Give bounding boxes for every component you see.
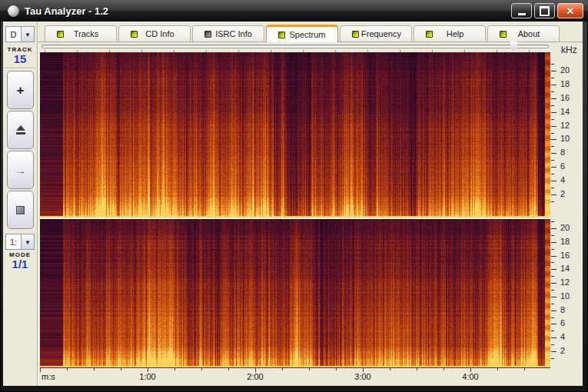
tab-label: Tracks [64, 29, 116, 38]
slider-tick [367, 50, 368, 52]
status-led-icon [57, 31, 64, 38]
minimize-button[interactable] [511, 3, 532, 18]
freq-minor-tick [551, 304, 554, 304]
freq-major-tick [551, 153, 556, 154]
freq-tick-label: 2 [560, 346, 579, 355]
freq-major-tick [551, 228, 556, 229]
freq-major-tick [551, 269, 556, 270]
tab-frequency[interactable]: Frequency [340, 25, 412, 42]
slider-thumb[interactable] [510, 42, 517, 51]
plus-button[interactable]: + [7, 71, 34, 109]
freq-tick-label: 12 [560, 277, 579, 287]
freq-minor-tick [551, 290, 554, 291]
tab-label: Frequency [359, 29, 411, 38]
time-minor-tick [201, 368, 202, 370]
freq-major-tick [551, 351, 556, 352]
time-minor-tick [309, 368, 310, 370]
freq-major-tick [551, 194, 556, 195]
time-axis-line [40, 367, 550, 368]
time-minor-tick [228, 368, 229, 370]
freq-tick-label: 10 [560, 134, 579, 143]
position-slider[interactable] [42, 45, 549, 48]
freq-tick-label: 4 [560, 175, 579, 184]
track-value: 15 [3, 52, 37, 65]
mode-value: 1/1 [3, 257, 37, 271]
slider-tick [335, 50, 336, 52]
freq-tick-label: 8 [560, 148, 579, 157]
freq-tick-label: 8 [560, 305, 579, 314]
stop-icon [16, 206, 25, 214]
time-minor-tick [67, 368, 68, 370]
slider-tick [432, 50, 433, 52]
freq-major-tick [551, 297, 556, 297]
tabs-row: TracksCD InfoISRC InfoSpectrumFrequencyH… [37, 25, 583, 42]
status-led-icon [278, 32, 285, 38]
freq-tick-label: 2 [560, 189, 579, 198]
status-led-icon [426, 31, 433, 38]
sidebar-divider [5, 68, 35, 69]
app-sphere-icon [8, 5, 19, 17]
slider-tick [271, 50, 271, 52]
maximize-button[interactable] [534, 3, 555, 18]
slider-tick [303, 50, 304, 52]
slider-tick [45, 50, 45, 52]
mode-select-value: 1: [6, 234, 21, 249]
tab-tracks[interactable]: Tracks [45, 25, 117, 42]
tab-isrc-info[interactable]: ISRC Info [192, 25, 264, 42]
freq-minor-tick [551, 235, 554, 236]
freq-minor-tick [551, 344, 554, 345]
freq-major-tick [551, 181, 556, 181]
spectrogram-right-channel [40, 219, 550, 367]
mode-select[interactable]: 1: ▾ [5, 234, 35, 250]
freq-minor-tick [551, 119, 554, 120]
freq-tick-label: 20 [560, 65, 579, 75]
time-minor-tick [417, 368, 417, 370]
plus-icon: + [17, 84, 25, 97]
time-major-tick [40, 368, 41, 372]
tab-cd-info[interactable]: CD Info [118, 25, 191, 42]
spectrum-main-area: TracksCD InfoISRC InfoSpectrumFrequencyH… [37, 22, 583, 386]
freq-minor-tick [551, 91, 554, 92]
time-minor-tick [121, 368, 121, 370]
time-minor-tick [174, 368, 175, 370]
time-minor-tick [282, 368, 283, 370]
app-window: Tau Analyzer - 1.2 ✕ D ▾ TRACK 15 + [0, 0, 588, 392]
chevron-down-icon[interactable]: ▾ [21, 234, 34, 249]
freq-major-tick [551, 337, 556, 338]
drive-select[interactable]: D ▾ [5, 26, 35, 42]
status-led-icon [131, 31, 138, 38]
chevron-down-icon[interactable]: ▾ [21, 27, 34, 42]
tab-label: Help [433, 29, 485, 38]
close-button[interactable]: ✕ [557, 3, 583, 18]
freq-minor-tick [551, 188, 554, 188]
stop-button[interactable] [7, 191, 34, 229]
tab-help[interactable]: Help [414, 25, 486, 42]
tab-about[interactable]: About [487, 25, 560, 42]
freq-minor-tick [551, 133, 554, 134]
time-tick-label: 2:00 [240, 372, 271, 381]
freq-minor-tick [551, 358, 554, 359]
tab-label: About [507, 29, 559, 38]
tab-spectrum[interactable]: Spectrum [266, 25, 338, 42]
next-track-button[interactable]: → [7, 151, 34, 189]
eject-button[interactable] [7, 111, 34, 149]
freq-minor-tick [551, 78, 554, 78]
freq-major-tick [551, 139, 556, 140]
status-led-icon [352, 31, 359, 38]
freq-major-tick [551, 242, 556, 243]
freq-minor-tick [551, 221, 554, 222]
time-minor-tick [94, 368, 95, 370]
sidebar: D ▾ TRACK 15 + → 1: ▾ MODE [3, 22, 38, 386]
freq-tick-label: 18 [560, 237, 579, 246]
slider-tick [238, 50, 239, 52]
slider-tick [206, 50, 207, 52]
freq-axis-unit: kHz [561, 45, 577, 55]
freq-minor-tick [551, 331, 554, 331]
window-title: Tau Analyzer - 1.2 [25, 5, 509, 17]
freq-tick-label: 4 [560, 332, 579, 341]
time-minor-tick [443, 368, 444, 370]
freq-tick-label: 12 [560, 121, 579, 130]
close-icon: ✕ [566, 5, 575, 17]
time-minor-tick [390, 368, 390, 370]
freq-major-tick [551, 71, 556, 71]
